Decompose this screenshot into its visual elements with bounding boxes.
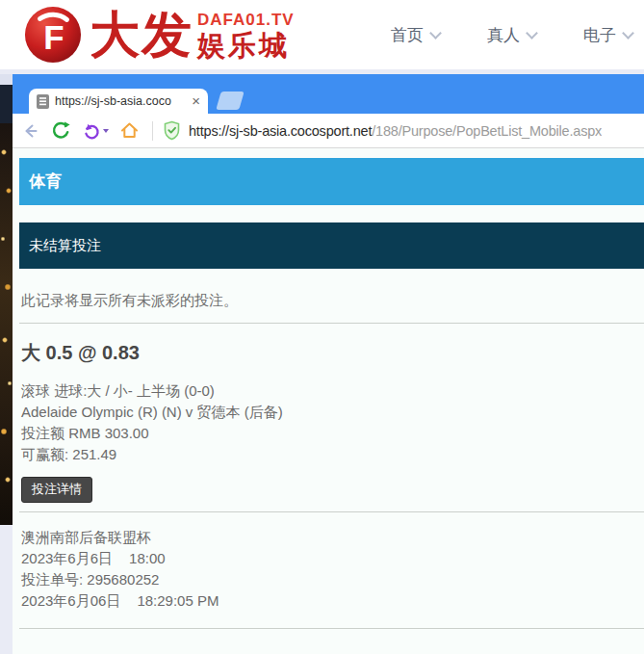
divider	[19, 628, 644, 629]
back-arrow-icon	[21, 121, 40, 141]
bet-placed-datetime: 2023年6月06日18:29:05 PM	[21, 590, 644, 612]
refresh-icon	[51, 120, 71, 141]
undo-arrow-icon	[82, 121, 101, 141]
site-logo[interactable]: F 大发 DAFA01.TV 娱乐城	[23, 5, 295, 65]
nav-item-label: 真人	[487, 24, 520, 46]
browser-address-bar: https://sj-sb-asia.cocosport.net/188/Pur…	[13, 114, 644, 148]
undo-closed-tabs-button[interactable]	[82, 121, 109, 141]
bet-details-button[interactable]: 投注详情	[21, 477, 92, 503]
bet-details: 滚球 进球:大 / 小- 上半场 (0-0) Adelaide Olympic …	[21, 380, 644, 465]
desktop-background	[0, 74, 13, 654]
tab-title: https://sj-sb-asia.coco	[55, 94, 188, 108]
casino-background-image	[0, 123, 13, 525]
bet-to-win: 可赢额: 251.49	[21, 444, 644, 465]
security-badge[interactable]	[163, 120, 181, 141]
nav-item-slots[interactable]: 电子	[583, 24, 632, 46]
svg-text:F: F	[43, 18, 64, 56]
screen: F 大发 DAFA01.TV 娱乐城 首页 真人 电子	[0, 0, 644, 654]
chevron-down-icon	[429, 27, 442, 39]
dropdown-caret-icon	[103, 129, 109, 133]
new-tab-button[interactable]	[216, 92, 244, 110]
bet-match: Adelaide Olympic (R) (N) v 贸德本 (后备)	[21, 402, 644, 423]
nav-item-label: 首页	[391, 24, 424, 46]
bet-market: 滚球 进球:大 / 小- 上半场 (0-0)	[21, 380, 644, 402]
placed-date: 2023年6月06日	[21, 592, 120, 609]
bet-selection: 大 0.5 @ 0.83	[21, 340, 644, 366]
event-time: 18:00	[129, 550, 166, 566]
nav-item-home[interactable]: 首页	[391, 24, 440, 46]
tab-close-icon[interactable]: ×	[192, 94, 200, 108]
browser-tab[interactable]: https://sj-sb-asia.coco ×	[29, 89, 208, 114]
refresh-button[interactable]	[51, 120, 71, 141]
back-button[interactable]	[21, 121, 40, 141]
chevron-down-icon	[622, 27, 634, 39]
bet-league: 澳洲南部后备联盟杯	[21, 527, 644, 548]
brand-sub-text: 娱乐城	[197, 30, 295, 61]
brand-main-text: 大发	[90, 5, 193, 65]
bet-stake: 投注额 RMB 303.00	[21, 423, 644, 444]
url-field[interactable]: https://sj-sb-asia.cocosport.net/188/Pur…	[189, 123, 602, 139]
browser-tab-bar: https://sj-sb-asia.coco ×	[13, 74, 644, 114]
page-content: 体育 未结算投注 此记录将显示所有未派彩的投注。 大 0.5 @ 0.83 滚球…	[13, 148, 644, 654]
home-icon	[119, 120, 140, 141]
url-host: https://sj-sb-asia.cocosport.net	[189, 123, 372, 139]
placed-time: 18:29:05 PM	[137, 592, 219, 609]
event-date: 2023年6月6日	[21, 550, 113, 566]
divider	[19, 323, 644, 324]
home-button[interactable]	[119, 120, 140, 141]
bet-meta: 澳洲南部后备联盟杯 2023年6月6日18:00 投注单号: 295680252…	[21, 527, 644, 612]
description-text: 此记录将显示所有未派彩的投注。	[21, 292, 634, 310]
bet-event-datetime: 2023年6月6日18:00	[21, 548, 644, 569]
tab-favicon-icon	[37, 94, 49, 109]
nav-item-label: 电子	[583, 24, 616, 46]
url-path: /188/Purpose/PopBetList_Mobile.aspx	[372, 123, 602, 139]
divider	[19, 511, 644, 512]
unsettled-bets-header-bar: 未结算投注	[19, 222, 644, 269]
browser-window: https://sj-sb-asia.coco ×	[13, 74, 644, 654]
brand-domain-text: DAFA01.TV	[197, 11, 295, 30]
site-header: F 大发 DAFA01.TV 娱乐城 首页 真人 电子	[0, 0, 644, 69]
chevron-down-icon	[526, 27, 538, 39]
bet-ticket-number: 投注单号: 295680252	[21, 569, 644, 590]
toolbar-divider	[152, 121, 153, 141]
shield-check-icon	[163, 120, 181, 141]
main-nav: 首页 真人 电子	[391, 0, 644, 69]
nav-item-live[interactable]: 真人	[487, 24, 536, 46]
logo-badge-icon: F	[23, 5, 83, 65]
sport-header-bar: 体育	[19, 158, 644, 205]
